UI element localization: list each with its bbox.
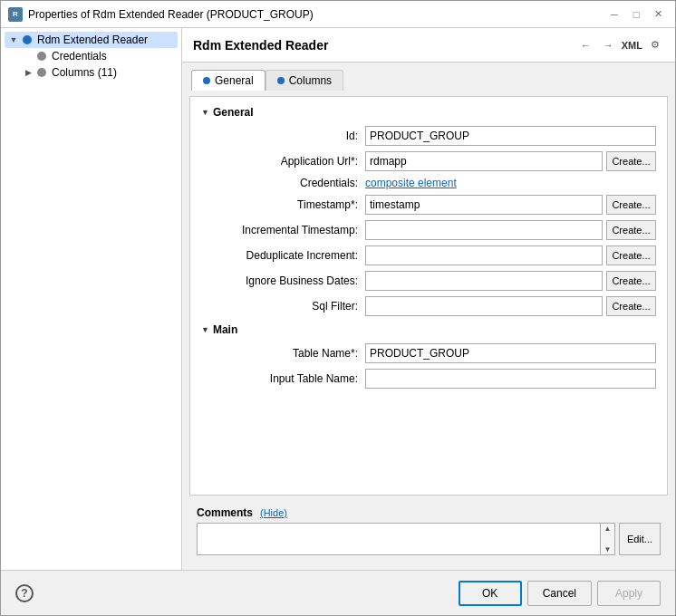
form-row-id: Id: xyxy=(201,126,656,146)
window-icon: R xyxy=(8,7,23,22)
tree-expander-columns[interactable]: ▶ xyxy=(23,67,34,78)
form-row-deduplicate: Deduplicate Increment: Create... xyxy=(201,245,656,265)
input-with-btn-deduplicate: Create... xyxy=(365,245,656,265)
arrow-right-button[interactable]: → xyxy=(599,37,618,53)
footer-right: OK Cancel Apply xyxy=(459,581,661,606)
tab-dot-columns xyxy=(277,77,285,84)
label-credentials: Credentials: xyxy=(216,177,365,189)
settings-button[interactable]: ⚙ xyxy=(646,36,664,53)
input-with-btn-ignore: Create... xyxy=(365,271,656,291)
footer-left: ? xyxy=(15,584,34,602)
label-timestamp: Timestamp*: xyxy=(216,198,365,211)
label-incremental: Incremental Timestamp: xyxy=(216,224,365,236)
tree-panel: ▼ Rdm Extended Reader Credentials ▶ xyxy=(1,28,182,570)
form-row-sql: Sql Filter: Create... xyxy=(201,296,656,316)
cancel-button[interactable]: Cancel xyxy=(527,581,592,606)
right-header-title: Rdm Extended Reader xyxy=(193,38,328,53)
footer: ? OK Cancel Apply xyxy=(1,570,675,615)
tree-icon-credentials xyxy=(35,50,48,63)
label-input-table: Input Table Name: xyxy=(216,372,365,385)
form-row-timestamp: Timestamp*: Create... xyxy=(201,195,656,215)
right-body: General Columns ▼ General xyxy=(182,63,675,570)
create-app-url-button[interactable]: Create... xyxy=(606,151,656,171)
tree-expander-credentials xyxy=(23,51,34,62)
input-table-name[interactable] xyxy=(365,343,656,363)
form-row-app-url: Application Url*: Create... xyxy=(201,151,656,171)
create-ignore-button[interactable]: Create... xyxy=(606,271,656,291)
title-buttons: ─ □ ✕ xyxy=(604,5,668,24)
tree-item-credentials[interactable]: Credentials xyxy=(19,48,178,64)
scroll-down-arrow[interactable]: ▼ xyxy=(604,545,611,553)
form-row-input-table: Input Table Name: xyxy=(201,369,656,389)
input-incremental[interactable] xyxy=(365,220,603,240)
form-row-ignore: Ignore Business Dates: Create... xyxy=(201,271,656,291)
credentials-link[interactable]: composite element xyxy=(365,177,457,189)
label-ignore: Ignore Business Dates: xyxy=(216,274,365,287)
comments-body: ▲ ▼ Edit... xyxy=(197,523,661,555)
form-row-credentials: Credentials: composite element xyxy=(201,177,656,189)
label-deduplicate: Deduplicate Increment: xyxy=(216,249,365,262)
xml-label: XML xyxy=(622,40,642,51)
input-app-url[interactable] xyxy=(365,151,603,171)
tree-children: Credentials ▶ Columns (11) xyxy=(19,48,178,81)
ok-button[interactable]: OK xyxy=(459,581,522,606)
tree-icon-root xyxy=(21,34,34,46)
tree-item-columns[interactable]: ▶ Columns (11) xyxy=(19,64,178,81)
apply-button[interactable]: Apply xyxy=(597,581,661,606)
input-with-btn-incremental: Create... xyxy=(365,220,656,240)
label-sql: Sql Filter: xyxy=(216,300,365,313)
maximize-button[interactable]: □ xyxy=(626,5,646,24)
create-incremental-button[interactable]: Create... xyxy=(606,220,656,240)
scroll-up-arrow[interactable]: ▲ xyxy=(604,525,611,533)
comments-section: Comments (Hide) ▲ ▼ Edit... xyxy=(189,501,668,563)
arrow-left-button[interactable]: ← xyxy=(576,37,595,53)
title-bar-left: R Properties of Rdm Extended Reader (PRO… xyxy=(8,7,314,22)
right-header: Rdm Extended Reader ← → XML ⚙ xyxy=(182,28,675,63)
label-id: Id: xyxy=(216,130,365,142)
tab-columns-label: Columns xyxy=(289,74,332,87)
create-sql-button[interactable]: Create... xyxy=(606,296,656,316)
input-timestamp[interactable] xyxy=(365,195,603,215)
tab-general-label: General xyxy=(215,74,254,87)
tab-columns[interactable]: Columns xyxy=(266,70,343,91)
input-with-btn-sql: Create... xyxy=(365,296,656,316)
comments-label: Comments xyxy=(197,506,253,519)
create-deduplicate-button[interactable]: Create... xyxy=(606,245,656,265)
section-main-header[interactable]: ▼ Main xyxy=(201,323,656,336)
tab-general[interactable]: General xyxy=(191,70,266,91)
main-content: ▼ Rdm Extended Reader Credentials ▶ xyxy=(1,28,675,570)
title-bar: R Properties of Rdm Extended Reader (PRO… xyxy=(1,1,675,28)
tree-icon-columns xyxy=(35,66,48,79)
tree-label-root: Rdm Extended Reader xyxy=(37,34,148,46)
input-id[interactable] xyxy=(365,126,656,146)
comments-hide-link[interactable]: (Hide) xyxy=(260,507,287,518)
tree-label-columns: Columns (11) xyxy=(52,66,117,79)
create-timestamp-button[interactable]: Create... xyxy=(606,195,656,215)
form-panel: ▼ General Id: Application Url*: Create..… xyxy=(189,96,668,496)
input-deduplicate[interactable] xyxy=(365,245,603,265)
tree-expander-root[interactable]: ▼ xyxy=(8,34,19,45)
help-icon[interactable]: ? xyxy=(15,584,34,602)
close-button[interactable]: ✕ xyxy=(648,5,668,24)
section-general-label: General xyxy=(213,106,254,119)
input-input-table[interactable] xyxy=(365,369,656,389)
section-main-label: Main xyxy=(213,323,237,336)
input-sql[interactable] xyxy=(365,296,603,316)
input-with-btn-timestamp: Create... xyxy=(365,195,656,215)
tree-item-root[interactable]: ▼ Rdm Extended Reader xyxy=(5,32,178,48)
tabs-container: General Columns xyxy=(189,70,668,91)
label-table-name: Table Name*: xyxy=(216,347,365,360)
main-window: R Properties of Rdm Extended Reader (PRO… xyxy=(0,0,676,616)
comments-header: Comments (Hide) xyxy=(197,506,661,519)
window-title: Properties of Rdm Extended Reader (PRODU… xyxy=(28,8,314,21)
tab-dot-general xyxy=(203,77,210,84)
comments-edit-button[interactable]: Edit... xyxy=(619,523,661,555)
comments-textarea[interactable] xyxy=(197,523,601,555)
input-with-btn-app-url: Create... xyxy=(365,151,656,171)
section-general-header[interactable]: ▼ General xyxy=(201,106,656,119)
input-ignore[interactable] xyxy=(365,271,603,291)
right-panel: Rdm Extended Reader ← → XML ⚙ General xyxy=(182,28,675,570)
section-main-arrow: ▼ xyxy=(201,325,209,334)
right-header-tools: ← → XML ⚙ xyxy=(576,36,664,53)
minimize-button[interactable]: ─ xyxy=(604,5,624,24)
